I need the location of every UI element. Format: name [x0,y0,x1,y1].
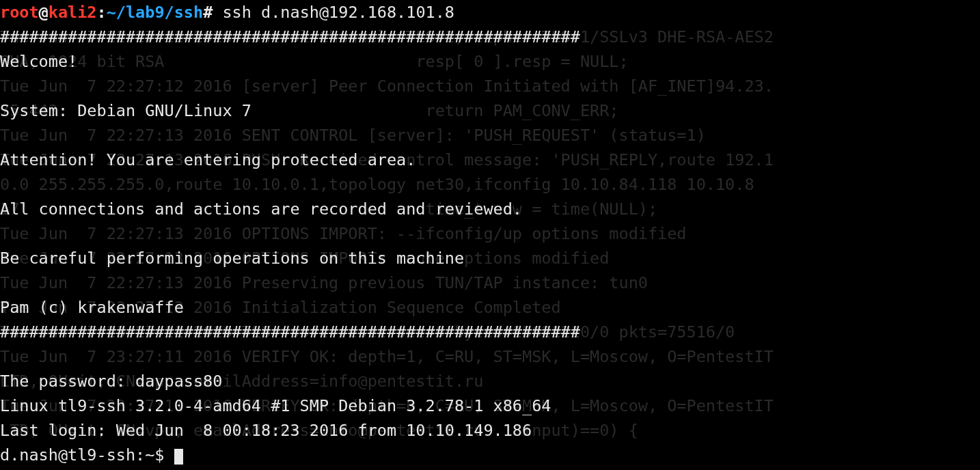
motd-password: The password: daypass80 [0,372,222,391]
motd-last-login: Last login: Wed Jun 8 00:18:23 2016 from… [0,421,532,440]
prompt-at: @ [39,3,49,22]
banner-careful: Be careful performing operations on this… [0,249,464,268]
prompt-host: kali2 [49,3,97,22]
prompt-sep: : [97,3,107,22]
prompt-user: root [0,3,39,22]
banner-recorded: All connections and actions are recorded… [0,199,522,219]
banner-welcome: Welcome! [0,52,77,71]
banner-rule: ########################################… [0,27,580,46]
remote-shell-prompt[interactable]: d.nash@tl9-ssh:~$ [0,445,174,465]
prompt-end: # [203,3,213,22]
prompt-path: ~/lab9/ssh [107,3,203,22]
banner-copyright: Pam (c) krakenwaffe [0,298,184,317]
cursor [174,449,183,465]
motd-kernel: Linux tl9-ssh 3.2.0-4-amd64 #1 SMP Debia… [0,396,551,415]
ssh-command: ssh d.nash@192.168.101.8 [222,3,454,22]
prompt-line: root@kali2:~/lab9/ssh# ssh d.nash@192.16… [0,3,454,22]
terminal-session[interactable]: root@kali2:~/lab9/ssh# ssh d.nash@192.16… [0,0,580,467]
banner-attention: Attention! You are entering protected ar… [0,150,416,169]
banner-rule: ########################################… [0,322,580,342]
banner-system: System: Debian GNU/Linux 7 [0,101,251,120]
